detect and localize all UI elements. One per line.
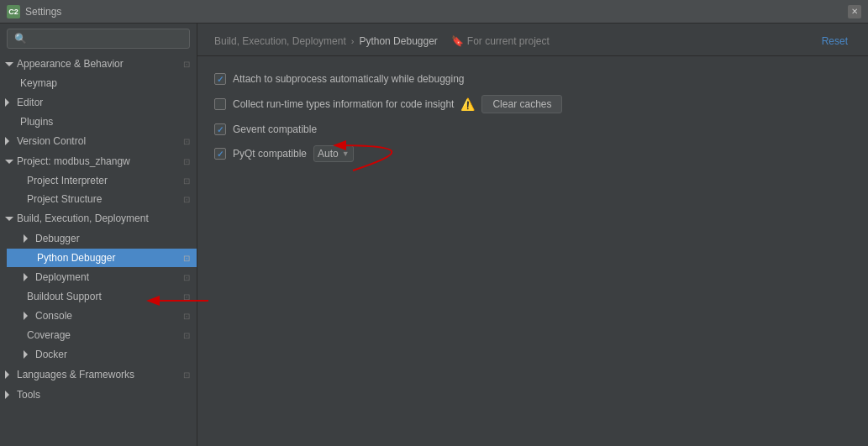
- reset-button[interactable]: Reset: [818, 34, 851, 49]
- sidebar-item-label: Editor: [17, 97, 43, 108]
- warning-icon: ⚠️: [460, 97, 475, 111]
- checkbox-gevent[interactable]: [214, 123, 226, 135]
- app-icon: C2: [7, 5, 20, 18]
- sidebar-item-label: Project Structure: [27, 193, 102, 205]
- sidebar-item-docker[interactable]: Docker: [7, 344, 197, 365]
- setting-row-pyqt: PyQt compatible Auto ▼: [214, 145, 851, 162]
- sidebar-item-label: Deployment: [35, 271, 89, 283]
- sidebar-item-keymap[interactable]: Keymap: [7, 74, 197, 92]
- expand-icon: [5, 98, 13, 107]
- title-bar: C2 Settings ✕: [0, 0, 868, 24]
- sidebar: 🔍 Appearance & Behavior ⊡ Keymap Editor …: [0, 24, 197, 446]
- sidebar-item-label: Project Interpreter: [27, 175, 108, 186]
- content-area: Build, Execution, Deployment › Python De…: [197, 24, 868, 446]
- appearance-sub: Keymap: [0, 74, 197, 92]
- ext-icon: ⊡: [183, 331, 190, 340]
- breadcrumb-path: Build, Execution, Deployment: [214, 35, 346, 47]
- pyqt-dropdown[interactable]: Auto ▼: [313, 145, 354, 162]
- expand-icon: [5, 391, 13, 399]
- close-button[interactable]: ✕: [848, 5, 861, 18]
- setting-row-gevent: Gevent compatible: [214, 123, 851, 135]
- sidebar-item-label: Version Control: [17, 135, 86, 147]
- checkbox-pyqt[interactable]: [214, 148, 226, 160]
- sidebar-item-build[interactable]: Build, Execution, Deployment: [0, 208, 197, 228]
- expand-icon: [24, 234, 32, 243]
- sidebar-item-label: Appearance & Behavior: [17, 58, 124, 70]
- sidebar-item-buildout[interactable]: Buildout Support ⊡: [7, 287, 197, 306]
- expand-icon: [5, 137, 13, 145]
- search-icon: 🔍: [14, 33, 27, 45]
- expand-icon: [24, 350, 32, 359]
- project-icon: 🔖: [451, 35, 464, 47]
- ext-icon: ⊡: [183, 137, 190, 146]
- build-sub: Debugger Python Debugger ⊡ Deployment ⊡ …: [0, 228, 197, 365]
- sidebar-item-languages[interactable]: Languages & Frameworks ⊡: [0, 365, 197, 385]
- sidebar-item-label: Coverage: [27, 329, 71, 341]
- sidebar-item-project-interpreter[interactable]: Project Interpreter ⊡: [7, 171, 197, 190]
- sidebar-item-label: Project: modbus_zhangw: [17, 155, 130, 167]
- checkbox-attach-subprocess[interactable]: [214, 73, 226, 85]
- dropdown-value: Auto: [318, 148, 339, 160]
- label-collect-runtime: Collect run-time types information for c…: [233, 98, 454, 110]
- sidebar-item-tools[interactable]: Tools: [0, 385, 197, 405]
- ext-icon: ⊡: [183, 157, 190, 166]
- breadcrumb: Build, Execution, Deployment › Python De…: [197, 24, 868, 56]
- clear-caches-button[interactable]: Clear caches: [481, 95, 562, 113]
- sidebar-item-console[interactable]: Console ⊡: [7, 306, 197, 326]
- expand-icon: [5, 217, 13, 221]
- setting-row-attach-subprocess: Attach to subprocess automatically while…: [214, 73, 851, 85]
- ext-icon: ⊡: [183, 254, 190, 263]
- sidebar-item-label: Build, Execution, Deployment: [17, 213, 149, 224]
- label-gevent: Gevent compatible: [233, 123, 317, 135]
- sidebar-item-label: Python Debugger: [37, 252, 115, 264]
- sidebar-item-label: Console: [35, 310, 72, 322]
- settings-body: Attach to subprocess automatically while…: [197, 56, 868, 446]
- project-scope-label: 🔖 For current project: [451, 35, 550, 47]
- sidebar-item-appearance[interactable]: Appearance & Behavior ⊡: [0, 54, 197, 74]
- sidebar-item-label: Languages & Frameworks: [17, 369, 134, 380]
- sidebar-item-version-control[interactable]: Version Control ⊡: [0, 131, 197, 151]
- setting-row-collect-runtime: Collect run-time types information for c…: [214, 95, 851, 113]
- project-sub: Project Interpreter ⊡ Project Structure …: [0, 171, 197, 208]
- title-bar-text: Settings: [25, 6, 61, 18]
- sidebar-item-project-structure[interactable]: Project Structure ⊡: [7, 190, 197, 208]
- sidebar-item-label: Docker: [35, 349, 67, 360]
- ext-icon: ⊡: [183, 60, 190, 69]
- sidebar-item-label: Debugger: [35, 233, 80, 244]
- expand-icon: [5, 160, 13, 164]
- sidebar-item-debugger[interactable]: Debugger: [7, 228, 197, 249]
- ext-icon: ⊡: [183, 195, 190, 204]
- expand-icon: [24, 273, 32, 281]
- sidebar-item-plugins[interactable]: Plugins: [0, 113, 197, 131]
- checkbox-collect-runtime[interactable]: [214, 98, 226, 110]
- expand-icon: [24, 312, 32, 320]
- expand-icon: [5, 370, 13, 379]
- ext-icon: ⊡: [183, 176, 190, 186]
- sidebar-item-label: Plugins: [20, 116, 53, 128]
- ext-icon: ⊡: [183, 312, 190, 321]
- label-attach-subprocess: Attach to subprocess automatically while…: [233, 73, 465, 85]
- ext-icon: ⊡: [183, 273, 190, 282]
- breadcrumb-current: Python Debugger: [359, 35, 437, 47]
- main-layout: 🔍 Appearance & Behavior ⊡ Keymap Editor …: [0, 24, 868, 446]
- sidebar-item-label: Buildout Support: [27, 291, 102, 302]
- ext-icon: ⊡: [183, 370, 190, 380]
- search-box[interactable]: 🔍: [7, 29, 190, 49]
- chevron-down-icon: ▼: [342, 150, 350, 158]
- sidebar-item-deployment[interactable]: Deployment ⊡: [7, 267, 197, 287]
- sidebar-item-label: Keymap: [20, 77, 57, 89]
- sidebar-item-coverage[interactable]: Coverage ⊡: [7, 326, 197, 344]
- ext-icon: ⊡: [183, 292, 190, 302]
- sidebar-item-python-debugger[interactable]: Python Debugger ⊡: [7, 249, 197, 267]
- expand-icon: [5, 62, 13, 66]
- breadcrumb-arrow: ›: [351, 36, 355, 46]
- label-pyqt: PyQt compatible: [233, 148, 307, 160]
- sidebar-item-project[interactable]: Project: modbus_zhangw ⊡: [0, 151, 197, 171]
- sidebar-item-editor[interactable]: Editor: [0, 92, 197, 113]
- sidebar-item-label: Tools: [17, 389, 40, 401]
